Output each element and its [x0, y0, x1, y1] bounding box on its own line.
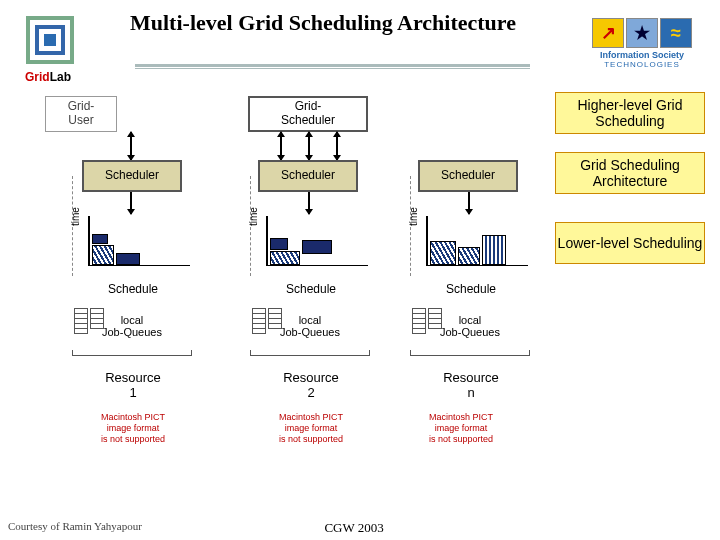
scheduler-box-2: Scheduler	[258, 160, 358, 192]
time-label-3: time	[408, 207, 419, 226]
resource-1: Resource 1	[78, 370, 188, 400]
ist-icon-arrow: ↗	[592, 18, 624, 48]
ist-icons: ↗ ★ ≈	[582, 18, 702, 48]
arrow-gs-s2	[308, 132, 310, 160]
page-title: Multi-level Grid Scheduling Architecture	[130, 10, 516, 36]
arrow-user-sched	[130, 132, 132, 160]
arrow-s1-g	[130, 192, 132, 214]
gridlab-caption: GridLab	[25, 70, 71, 84]
header-rule-thin	[135, 68, 530, 69]
annotation-higher: Higher-level Grid Scheduling	[555, 92, 705, 134]
time-label-2: time	[248, 207, 259, 226]
footer: Courtesy of Ramin Yahyapour CGW 2003	[0, 520, 720, 532]
ist-sublabel: TECHNOLOGIES	[582, 60, 702, 69]
pict-error-1: Macintosh PICT image format is not suppo…	[78, 412, 188, 444]
queue-3: local Job-Queues	[410, 306, 530, 356]
queue-2: local Job-Queues	[250, 306, 370, 356]
annotation-arch: Grid Scheduling Architecture	[555, 152, 705, 194]
footer-center: CGW 2003	[324, 520, 383, 536]
footer-credit: Courtesy of Ramin Yahyapour	[8, 520, 142, 532]
pict-error-2: Macintosh PICT image format is not suppo…	[256, 412, 366, 444]
grid-scheduler-box: Grid- Scheduler	[248, 96, 368, 132]
ist-icon-wave: ≈	[660, 18, 692, 48]
arrow-s3-g	[468, 192, 470, 214]
gantt-2: time	[248, 216, 368, 276]
header: GridLab Multi-level Grid Scheduling Arch…	[0, 0, 720, 38]
schedule-label-1: Schedule	[78, 282, 188, 296]
schedule-label-3: Schedule	[416, 282, 526, 296]
gridlab-text-b: Lab	[50, 70, 71, 84]
arrow-gs-s3	[336, 132, 338, 160]
gantt-1: time	[70, 216, 190, 276]
diagram: Grid- User Grid- Scheduler Higher-level …	[0, 88, 720, 500]
gridlab-logo	[25, 15, 75, 65]
pict-error-3: Macintosh PICT image format is not suppo…	[406, 412, 516, 444]
scheduler-box-3: Scheduler	[418, 160, 518, 192]
queue-label-2: local Job-Queues	[280, 314, 340, 338]
gridlab-text-a: Grid	[25, 70, 50, 84]
resource-n: Resource n	[416, 370, 526, 400]
gantt-3: time	[408, 216, 528, 276]
annotation-lower: Lower-level Scheduling	[555, 222, 705, 264]
scheduler-box-1: Scheduler	[82, 160, 182, 192]
queue-label-3: local Job-Queues	[440, 314, 500, 338]
svg-rect-2	[44, 34, 56, 46]
arrow-gs-s1	[280, 132, 282, 160]
ist-label: Information Society	[582, 50, 702, 60]
queue-1: local Job-Queues	[72, 306, 192, 356]
resource-2: Resource 2	[256, 370, 366, 400]
schedule-label-2: Schedule	[256, 282, 366, 296]
time-label-1: time	[70, 207, 81, 226]
arrow-s2-g	[308, 192, 310, 214]
header-rule	[135, 64, 530, 67]
queue-label-1: local Job-Queues	[102, 314, 162, 338]
ist-logo: ↗ ★ ≈ Information Society TECHNOLOGIES	[582, 18, 702, 69]
grid-user-box: Grid- User	[45, 96, 117, 132]
ist-icon-star: ★	[626, 18, 658, 48]
